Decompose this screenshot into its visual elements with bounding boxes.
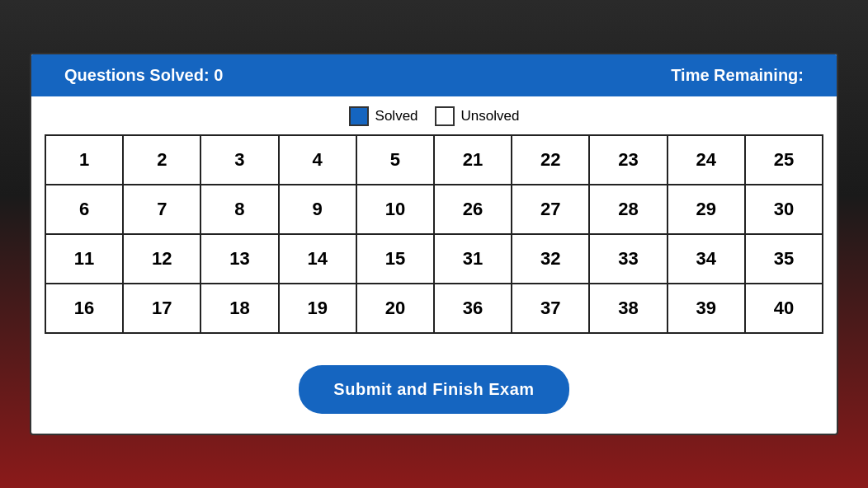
time-remaining-label: Time Remaining:	[671, 66, 804, 85]
question-cell-27[interactable]: 27	[512, 185, 590, 235]
submit-area: Submit and Finish Exam	[31, 347, 837, 434]
question-cell-39[interactable]: 39	[668, 284, 746, 334]
question-cell-31[interactable]: 31	[435, 235, 512, 284]
question-cell-29[interactable]: 29	[668, 185, 746, 235]
question-cell-20[interactable]: 20	[357, 284, 435, 334]
unsolved-label: Unsolved	[461, 108, 520, 124]
question-cell-1[interactable]: 1	[46, 136, 124, 185]
question-cell-7[interactable]: 7	[124, 185, 201, 235]
question-cell-38[interactable]: 38	[590, 284, 668, 334]
legend-bar: Solved Unsolved	[31, 96, 837, 134]
question-cell-15[interactable]: 15	[357, 235, 435, 284]
question-cell-8[interactable]: 8	[201, 185, 279, 235]
unsolved-icon	[435, 106, 455, 126]
questions-solved-label: Questions Solved: 0	[64, 66, 223, 85]
question-cell-17[interactable]: 17	[124, 284, 201, 334]
question-cell-14[interactable]: 14	[280, 235, 357, 284]
solved-icon	[349, 106, 369, 126]
question-cell-6[interactable]: 6	[46, 185, 124, 235]
question-cell-34[interactable]: 34	[668, 235, 746, 284]
solved-label: Solved	[375, 108, 418, 124]
question-cell-28[interactable]: 28	[590, 185, 668, 235]
question-cell-40[interactable]: 40	[746, 284, 823, 334]
question-cell-9[interactable]: 9	[280, 185, 357, 235]
question-cell-33[interactable]: 33	[590, 235, 668, 284]
question-cell-24[interactable]: 24	[668, 136, 746, 185]
question-cell-5[interactable]: 5	[357, 136, 435, 185]
question-cell-36[interactable]: 36	[435, 284, 512, 334]
question-cell-3[interactable]: 3	[201, 136, 279, 185]
exam-header: Questions Solved: 0 Time Remaining:	[31, 54, 837, 96]
question-cell-21[interactable]: 21	[435, 136, 512, 185]
question-cell-16[interactable]: 16	[46, 284, 124, 334]
question-cell-12[interactable]: 12	[124, 235, 201, 284]
question-cell-13[interactable]: 13	[201, 235, 279, 284]
question-cell-32[interactable]: 32	[512, 235, 590, 284]
question-cell-19[interactable]: 19	[280, 284, 357, 334]
question-cell-35[interactable]: 35	[746, 235, 823, 284]
question-cell-2[interactable]: 2	[124, 136, 201, 185]
grid-area: 1234521222324256789102627282930111213141…	[31, 134, 837, 347]
question-cell-18[interactable]: 18	[201, 284, 279, 334]
question-cell-10[interactable]: 10	[357, 185, 435, 235]
question-cell-4[interactable]: 4	[280, 136, 357, 185]
solved-legend-item: Solved	[349, 106, 418, 126]
question-cell-22[interactable]: 22	[512, 136, 590, 185]
question-grid: 1234521222324256789102627282930111213141…	[45, 134, 823, 334]
question-cell-11[interactable]: 11	[46, 235, 124, 284]
exam-panel: Questions Solved: 0 Time Remaining: Solv…	[30, 53, 838, 435]
question-cell-23[interactable]: 23	[590, 136, 668, 185]
unsolved-legend-item: Unsolved	[435, 106, 520, 126]
question-cell-26[interactable]: 26	[435, 185, 512, 235]
question-cell-25[interactable]: 25	[746, 136, 823, 185]
question-cell-37[interactable]: 37	[512, 284, 590, 334]
question-cell-30[interactable]: 30	[746, 185, 823, 235]
submit-button[interactable]: Submit and Finish Exam	[299, 365, 568, 414]
